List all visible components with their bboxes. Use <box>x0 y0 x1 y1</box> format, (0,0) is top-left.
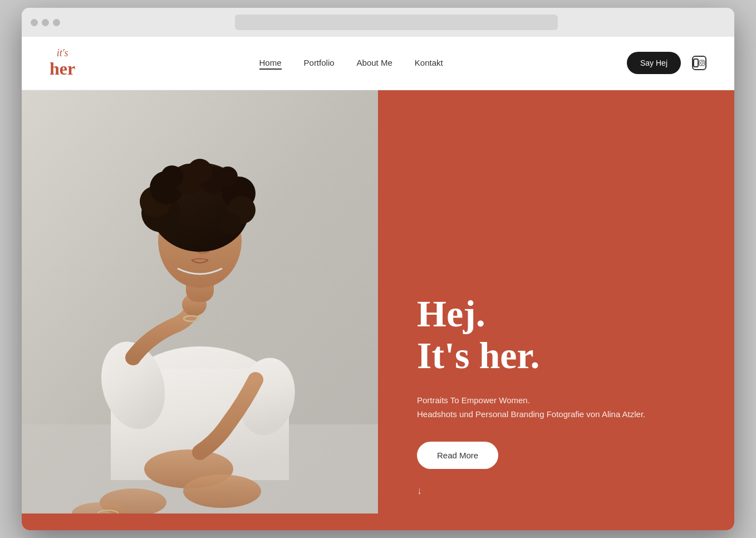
svg-point-1 <box>701 62 704 65</box>
bottom-bar <box>22 513 734 530</box>
address-bar[interactable] <box>235 14 558 30</box>
nav-right: Say Hej <box>627 52 706 74</box>
hero-photo-container <box>22 90 378 513</box>
say-hej-button[interactable]: Say Hej <box>627 52 681 74</box>
instagram-icon[interactable] <box>692 56 706 70</box>
hero-subtitle-line2: Headshots und Personal Branding Fotograf… <box>417 409 645 419</box>
logo-her: her <box>50 59 75 79</box>
dot-maximize[interactable] <box>53 19 60 26</box>
svg-point-27 <box>219 213 242 235</box>
browser-chrome <box>22 8 734 37</box>
logo[interactable]: it's her <box>50 48 75 79</box>
dot-close[interactable] <box>31 19 38 26</box>
svg-point-29 <box>188 159 212 183</box>
svg-point-9 <box>183 475 261 508</box>
svg-point-30 <box>218 167 238 187</box>
svg-point-2 <box>703 61 704 62</box>
nav-item-portfolio[interactable]: Portfolio <box>304 58 335 68</box>
browser-dots <box>31 19 60 26</box>
logo-its: it's <box>50 48 75 59</box>
nav-item-kontakt[interactable]: Kontakt <box>415 58 443 68</box>
scroll-down-indicator[interactable]: ↓ <box>417 485 422 497</box>
dot-minimize[interactable] <box>42 19 49 26</box>
hero-section: Hej. It's her. Portraits To Empower Wome… <box>22 90 734 513</box>
hero-image <box>22 90 378 513</box>
nav-item-home[interactable]: Home <box>259 58 282 68</box>
svg-rect-0 <box>699 61 705 66</box>
hero-subtitle: Portraits To Empower Women. Headshots un… <box>417 393 695 422</box>
hero-photo-svg <box>22 90 378 513</box>
nav-link-portfolio[interactable]: Portfolio <box>304 58 335 67</box>
hero-content: Hej. It's her. Portraits To Empower Wome… <box>378 90 734 513</box>
hero-title-line1: Hej. <box>417 292 485 335</box>
hero-title-line2: It's her. <box>417 334 539 376</box>
hero-subtitle-line1: Portraits To Empower Women. <box>417 395 530 405</box>
nav-link-kontakt[interactable]: Kontakt <box>415 58 443 67</box>
nav-item-about[interactable]: About Me <box>357 58 392 68</box>
nav-link-home[interactable]: Home <box>259 58 282 70</box>
navbar: it's her Home Portfolio About Me Kontakt… <box>22 37 734 90</box>
nav-links: Home Portfolio About Me Kontakt <box>259 58 443 68</box>
nav-link-about[interactable]: About Me <box>357 58 392 67</box>
hero-title: Hej. It's her. <box>417 293 695 376</box>
svg-point-28 <box>161 165 183 188</box>
website: it's her Home Portfolio About Me Kontakt… <box>22 37 734 530</box>
browser-window: it's her Home Portfolio About Me Kontakt… <box>22 8 734 530</box>
read-more-button[interactable]: Read More <box>417 442 498 469</box>
instagram-svg <box>699 57 705 69</box>
